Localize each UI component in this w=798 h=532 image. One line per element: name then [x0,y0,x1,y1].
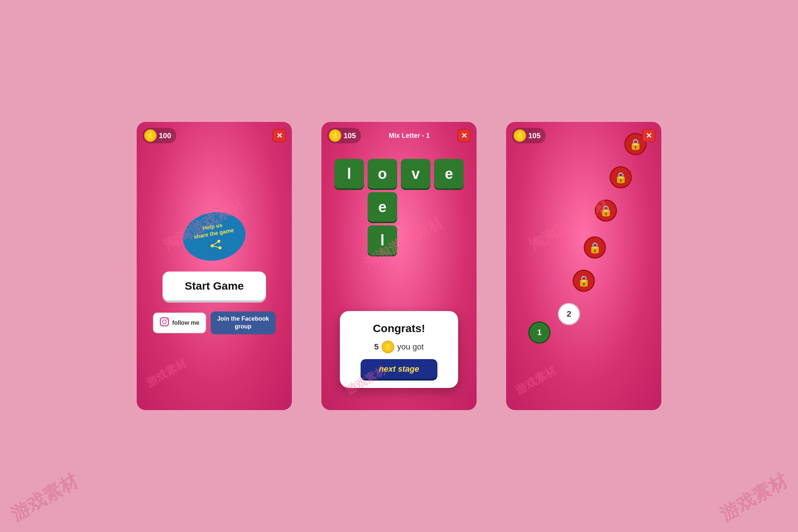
reward-display: 5 ⭐ you got [374,341,424,353]
follow-label: follow me [172,320,200,326]
tile-empty-1 [334,192,364,222]
svg-rect-5 [160,318,168,326]
letter-grid: l o v e e l [334,159,464,255]
level-2-label: 2 [567,309,571,319]
tile-l[interactable]: l [334,159,364,188]
screen2-coin-display: ⭐ 105 [327,128,361,143]
tile-empty-3 [434,192,464,222]
screen-3-level-select: ⭐ 105 ✕ 🔒 🔒 🔒 🔒 🔒 2 [506,122,661,410]
screen2-title: Mix Letter - 1 [361,132,457,140]
letter-row-2: e [334,192,464,222]
level-node-3[interactable]: 🔒 [573,270,595,292]
watermark-6: 游戏素材 [513,363,559,398]
screen1-coin-display: ⭐ 100 [143,128,176,143]
facebook-group-button[interactable]: Join the Facebook group [211,311,276,334]
outer-watermark-2: 游戏素材 [716,468,792,526]
social-buttons-row: follow me Join the Facebook group [153,311,276,334]
outer-watermark-1: 游戏素材 [6,468,83,526]
start-game-label: Start Game [185,280,244,292]
screen3-top-bar: ⭐ 105 ✕ [512,128,655,143]
letter-row-3: l [334,225,464,255]
next-stage-label: next stage [379,364,419,374]
screen2-close-button[interactable]: ✕ [457,129,471,142]
tile-empty-2 [401,192,430,222]
share-bubble-text: Help usshare the game [187,218,240,242]
svg-line-3 [212,241,219,246]
tile-l2[interactable]: l [368,225,397,255]
screen3-coin-display: ⭐ 105 [512,128,546,143]
screen-1-main-menu: ⭐ 100 ✕ Help usshare the game Start Game [137,122,292,410]
lock-icon-6: 🔒 [614,171,627,184]
screen3-star-icon: ⭐ [514,129,526,142]
screen1-coin-count: 100 [159,132,171,140]
tile-e1[interactable]: e [434,159,464,188]
tile-empty-6 [434,225,464,255]
instagram-icon [160,317,169,329]
screen-2-game: ⭐ 105 Mix Letter - 1 ✕ l o v e e [321,122,477,410]
level-node-5[interactable]: 🔒 [595,200,617,222]
tile-empty-4 [334,225,364,255]
screen1-top-bar: ⭐ 100 ✕ [143,128,286,143]
screen1-close-button[interactable]: ✕ [273,129,286,142]
tile-o[interactable]: o [368,159,397,188]
level-node-2[interactable]: 2 [558,303,580,325]
instagram-follow-button[interactable]: follow me [153,313,206,333]
svg-point-6 [163,320,166,324]
lock-icon-4: 🔒 [589,242,601,254]
share-icon [208,239,223,251]
congrats-modal: Congrats! 5 ⭐ you got next stage [340,311,458,388]
reward-coin-icon: ⭐ [382,341,394,353]
screen2-top-bar: ⭐ 105 Mix Letter - 1 ✕ [327,128,471,143]
tile-e2[interactable]: e [368,192,397,222]
congrats-title: Congrats! [373,322,425,335]
screen2-star-icon: ⭐ [329,129,341,142]
lock-icon-3: 🔒 [577,275,590,287]
facebook-group-label: Join the Facebook group [217,315,269,331]
reward-suffix: you got [397,342,424,352]
level-path: 🔒 🔒 🔒 🔒 🔒 2 1 [506,122,661,344]
next-stage-button[interactable]: next stage [361,359,438,379]
level-1-label: 1 [537,328,542,337]
screen1-content: Help usshare the game Start Game [137,122,292,410]
level-node-4[interactable]: 🔒 [584,236,606,259]
level-node-6[interactable]: 🔒 [610,166,632,188]
tile-empty-5 [401,225,430,255]
level-node-1[interactable]: 1 [528,321,550,344]
letter-row-1: l o v e [334,159,464,188]
screen3-coin-count: 105 [528,132,540,140]
share-bubble[interactable]: Help usshare the game [179,207,249,266]
tile-v[interactable]: v [401,159,430,188]
screen1-star-icon: ⭐ [144,129,157,142]
svg-point-7 [166,319,167,320]
screen3-close-button[interactable]: ✕ [642,129,655,142]
start-game-button[interactable]: Start Game [163,272,266,300]
lock-icon-5: 🔒 [600,205,613,217]
reward-amount: 5 [374,342,379,352]
screen2-coin-count: 105 [344,132,356,140]
